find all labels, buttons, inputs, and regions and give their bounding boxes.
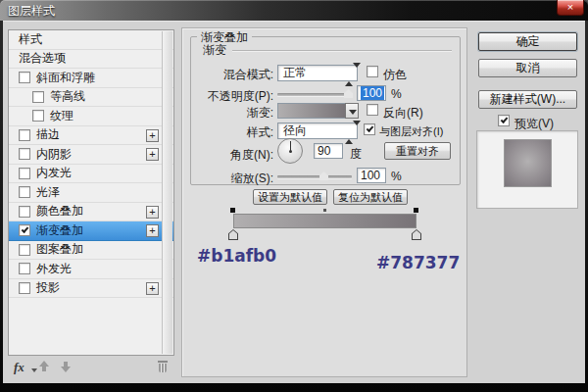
scale-unit: % <box>391 170 402 183</box>
divider <box>232 50 452 51</box>
align-with-layer-checkbox[interactable] <box>364 123 375 135</box>
close-icon: × <box>567 1 573 13</box>
move-down-icon[interactable] <box>59 361 73 374</box>
blend-mode-select[interactable]: 正常 <box>277 65 358 81</box>
check-icon <box>501 116 509 123</box>
hex-annotation-right: #787377 <box>376 253 460 272</box>
sidebar-item-color-overlay[interactable]: 颜色叠加 + <box>9 203 173 222</box>
scale-slider[interactable] <box>277 175 352 178</box>
sidebar-item-texture[interactable]: 纹理 <box>9 107 173 126</box>
fx-icon[interactable]: fx <box>14 360 24 375</box>
blend-mode-label: 混合模式: <box>191 67 273 83</box>
inner-shadow-add-button[interactable]: + <box>146 148 159 161</box>
gradient-midpoint-icon[interactable] <box>323 209 326 212</box>
sidebar-item-label: 光泽 <box>36 184 60 201</box>
dialog-body: 样式 混合选项 斜面和浮雕 等高线 纹理 描边 + <box>3 21 585 383</box>
reset-alignment-button[interactable]: 重置对齐 <box>384 142 451 160</box>
sidebar-item-label: 投影 <box>36 279 60 296</box>
section-title: 渐变 <box>203 42 232 59</box>
scale-label: 缩放(S): <box>191 171 273 187</box>
gradient-swatch[interactable] <box>277 103 346 119</box>
style-select[interactable]: 径向 <box>277 122 358 139</box>
outer-glow-checkbox[interactable] <box>19 263 30 274</box>
drop-shadow-checkbox[interactable] <box>19 282 30 294</box>
stroke-add-button[interactable]: + <box>146 129 159 142</box>
reverse-label: 反向(R) <box>383 105 423 122</box>
window-title: 图层样式 <box>8 3 55 20</box>
preview-checkbox[interactable] <box>498 115 510 126</box>
angle-unit: 度 <box>350 146 362 163</box>
gradient-anchor-left[interactable] <box>230 208 235 213</box>
opacity-slider[interactable] <box>277 93 352 96</box>
gradient-overlay-group: 渐变叠加 渐变 混合模式: 正常 仿色 不透明度(P): <box>190 36 461 185</box>
sidebar-item-inner-glow[interactable]: 内发光 <box>9 165 173 184</box>
sidebar-item-inner-shadow[interactable]: 内阴影 + <box>9 145 173 165</box>
gradient-picker-button[interactable] <box>345 103 359 119</box>
sidebar-item-blending-options[interactable]: 混合选项 <box>9 50 173 70</box>
opacity-slider-thumb[interactable] <box>344 89 353 98</box>
bevel-emboss-checkbox[interactable] <box>19 72 30 83</box>
sidebar-item-gradient-overlay[interactable]: 渐变叠加 + <box>9 221 173 241</box>
sidebar-item-label: 内阴影 <box>36 146 72 163</box>
contour-checkbox[interactable] <box>32 91 44 103</box>
sidebar-item-pattern-overlay[interactable]: 图案叠加 <box>9 241 173 261</box>
gradient-overlay-add-button[interactable]: + <box>146 224 159 237</box>
sidebar-item-label: 样式 <box>19 31 42 48</box>
color-overlay-checkbox[interactable] <box>19 206 30 218</box>
ok-button[interactable]: 确定 <box>478 32 577 51</box>
sidebar-item-outer-glow[interactable]: 外发光 <box>9 260 173 279</box>
gradient-section-header: 渐变 <box>203 42 452 59</box>
reset-default-button[interactable]: 复位为默认值 <box>333 189 408 205</box>
gradient-stop-right[interactable] <box>412 229 421 240</box>
scale-value: 100 <box>361 169 380 182</box>
gradient-preview-bar[interactable] <box>233 214 416 228</box>
sidebar-item-styles[interactable]: 样式 <box>9 30 173 50</box>
check-icon <box>367 124 374 132</box>
set-default-button[interactable]: 设置为默认值 <box>253 189 327 205</box>
style-label: 样式: <box>191 124 273 141</box>
inner-glow-checkbox[interactable] <box>19 168 30 179</box>
title-bar[interactable]: 图层样式 × <box>0 0 588 21</box>
dither-checkbox[interactable] <box>367 66 378 77</box>
move-up-icon[interactable] <box>37 361 51 374</box>
opacity-label: 不透明度(P): <box>191 88 273 105</box>
scale-input[interactable]: 100 <box>357 168 386 183</box>
drop-shadow-add-button[interactable]: + <box>146 282 159 295</box>
sidebar-item-contour[interactable]: 等高线 <box>9 88 173 108</box>
style-value: 径向 <box>283 123 307 137</box>
scale-slider-thumb[interactable] <box>319 172 328 180</box>
check-icon <box>22 225 29 233</box>
sidebar-item-drop-shadow[interactable]: 投影 + <box>9 279 173 299</box>
angle-dial[interactable] <box>277 138 303 164</box>
reverse-checkbox[interactable] <box>367 104 378 116</box>
stroke-checkbox[interactable] <box>19 129 30 141</box>
sidebar-item-bevel-emboss[interactable]: 斜面和浮雕 <box>9 69 173 88</box>
sidebar-item-label: 颜色叠加 <box>36 203 83 220</box>
color-overlay-add-button[interactable]: + <box>146 206 159 219</box>
sidebar-item-label: 渐变叠加 <box>36 222 83 239</box>
angle-input[interactable]: 90 <box>314 143 343 159</box>
pattern-overlay-checkbox[interactable] <box>19 244 30 256</box>
opacity-input[interactable]: 100 <box>357 85 386 101</box>
angle-center-icon <box>289 150 292 153</box>
texture-checkbox[interactable] <box>32 110 44 122</box>
delete-trash-icon[interactable] <box>157 360 169 373</box>
close-button[interactable]: × <box>557 0 584 16</box>
gradient-overlay-checkbox[interactable] <box>19 224 30 236</box>
gradient-anchor-right[interactable] <box>414 208 418 213</box>
gradient-stop-left[interactable] <box>228 229 238 240</box>
sidebar-item-label: 描边 <box>36 126 60 143</box>
sidebar-item-stroke[interactable]: 描边 + <box>9 126 173 146</box>
combo-arrows-icon <box>345 68 353 82</box>
preview-panel <box>476 130 578 209</box>
cancel-button[interactable]: 取消 <box>478 59 577 77</box>
satin-checkbox[interactable] <box>19 186 30 198</box>
sidebar-item-label: 图案叠加 <box>36 241 83 258</box>
inner-shadow-checkbox[interactable] <box>19 148 30 160</box>
gradient-overlay-panel: 渐变叠加 渐变 混合模式: 正常 仿色 不透明度(P): <box>181 27 467 377</box>
combo-arrows-icon <box>345 125 353 140</box>
new-style-button[interactable]: 新建样式(W)... <box>478 90 577 109</box>
styles-list-scrollbar[interactable] <box>162 31 172 354</box>
opacity-unit: % <box>391 87 402 101</box>
sidebar-item-satin[interactable]: 光泽 <box>9 183 173 203</box>
